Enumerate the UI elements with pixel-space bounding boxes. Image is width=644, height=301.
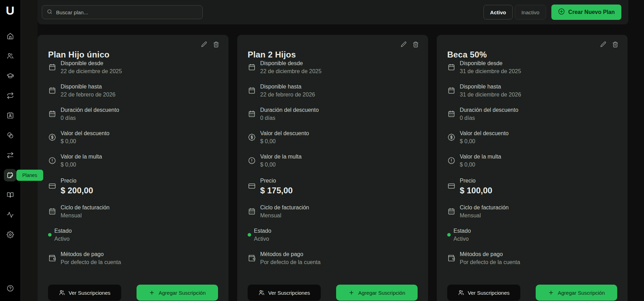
sidebar-item-help[interactable] [0, 285, 20, 292]
add-subscription-button[interactable]: Agregar Suscripción [137, 285, 218, 301]
sidebar-item-repeat[interactable] [0, 86, 20, 106]
field-text: Métodos de pagoPor defecto de la cuenta [61, 250, 121, 266]
add-subscription-button[interactable]: Agregar Suscripción [336, 285, 418, 301]
filter-activo-button[interactable]: Activo [483, 5, 513, 20]
status-dot [48, 233, 52, 237]
sidebar-item-settings[interactable] [0, 225, 20, 245]
add-subscription-label: Agregar Suscripción [158, 290, 205, 296]
plan-card: Plan Hijo únicoDisponible desde22 de dic… [38, 35, 228, 301]
add-subscription-button[interactable]: Agregar Suscripción [536, 285, 617, 301]
field-valor-de-la-multa: Valor de la multa$ 0,00 [248, 153, 418, 168]
delete-plan-button[interactable] [213, 41, 219, 48]
plus-icon [348, 290, 355, 296]
field-disponible-hasta: Disponible hasta31 de diciembre de 2026 [447, 83, 617, 98]
badge-dollar-icon [48, 133, 56, 141]
field-value: $ 200,00 [61, 186, 93, 195]
plus-circle-icon [558, 8, 565, 15]
view-subscriptions-button[interactable]: Ver Suscripciones [48, 285, 121, 301]
alert-circle-icon [48, 157, 56, 164]
sidebar-item-graduation-cap[interactable] [0, 66, 20, 86]
field-label: Métodos de pago [260, 250, 320, 258]
alert-circle-icon [248, 157, 256, 164]
badge-dollar-icon [448, 133, 455, 141]
field-disponible-hasta: Disponible hasta22 de febrero de 2026 [48, 83, 218, 98]
search-icon [47, 9, 53, 15]
sidebar-item-book-open[interactable] [0, 185, 20, 205]
credit-card-icon [248, 182, 256, 190]
create-plan-label: Crear Nuevo Plan [568, 9, 615, 15]
field-disponible-desde: Disponible desde22 de diciembre de 2025 [248, 60, 418, 75]
view-subscriptions-label: Ver Suscripciones [268, 290, 310, 296]
delete-plan-button[interactable] [612, 41, 619, 48]
field-label: Precio [61, 177, 93, 185]
graduation-cap-icon [7, 72, 14, 79]
field-valor-de-la-multa: Valor de la multa$ 0,00 [48, 153, 218, 168]
card-actions [600, 41, 619, 48]
status-dot [447, 233, 451, 237]
field-text: Precio$ 175,00 [260, 177, 293, 195]
alert-circle-icon [248, 157, 256, 164]
calendar-days-icon [48, 208, 56, 215]
card-actions [201, 41, 219, 48]
trash-icon [612, 41, 619, 48]
app-logo[interactable]: U [6, 2, 15, 19]
trash-icon [412, 41, 419, 48]
active-item-highlight [4, 169, 16, 182]
coins-icon [7, 132, 14, 139]
sidebar-item-home[interactable] [0, 26, 20, 46]
add-subscription-label: Agregar Suscripción [358, 290, 405, 296]
calendar-icon [447, 63, 456, 71]
plan-cards: Plan Hijo únicoDisponible desde22 de dic… [38, 35, 628, 301]
edit-plan-button[interactable] [600, 41, 606, 48]
sidebar-item-calendar-edit[interactable]: Planes [0, 165, 20, 185]
field-duracion-del-descuento: Duración del descuento0 días [48, 106, 218, 122]
field-text: Disponible hasta22 de febrero de 2026 [260, 83, 315, 98]
users-icon [59, 290, 65, 296]
card-buttons: Ver SuscripcionesAgregar Suscripción [447, 285, 617, 301]
field-value: $ 0,00 [260, 138, 309, 145]
field-duracion-del-descuento: Duración del descuento0 días [248, 106, 418, 122]
field-label: Métodos de pago [460, 250, 520, 258]
edit-plan-button[interactable] [400, 41, 407, 48]
pencil-icon [201, 41, 207, 48]
field-disponible-hasta: Disponible hasta22 de febrero de 2026 [248, 83, 418, 98]
users-icon [458, 290, 464, 296]
card-buttons: Ver SuscripcionesAgregar Suscripción [48, 285, 218, 301]
wallet-icon [48, 254, 56, 262]
field-value: 0 días [61, 115, 119, 122]
field-label: Duración del descuento [61, 106, 119, 114]
calendar-days-icon [48, 110, 56, 118]
search-input[interactable] [56, 9, 198, 15]
calendar-days-icon [48, 110, 56, 118]
pencil-icon [400, 41, 407, 48]
status-dot [248, 233, 251, 237]
id-card-icon [7, 112, 14, 119]
field-text: Ciclo de facturaciónMensual [260, 204, 309, 219]
view-subscriptions-button[interactable]: Ver Suscripciones [248, 285, 321, 301]
edit-plan-button[interactable] [201, 41, 207, 48]
delete-plan-button[interactable] [412, 41, 419, 48]
field-valor-del-descuento: Valor del descuento$ 0,00 [248, 130, 418, 145]
calendar-icon [48, 87, 56, 94]
filter-inactivo-button[interactable]: Inactivo [515, 5, 546, 20]
field-value: Mensual [460, 212, 509, 219]
view-subscriptions-button[interactable]: Ver Suscripciones [447, 285, 520, 301]
sidebar-item-users[interactable] [0, 46, 20, 66]
field-label: Disponible hasta [460, 83, 521, 91]
field-label: Disponible hasta [260, 83, 315, 91]
calendar-edit-icon [7, 172, 14, 179]
sidebar-item-arrows-left-right[interactable] [0, 145, 20, 165]
sidebar-item-activity[interactable] [0, 205, 20, 225]
create-plan-button[interactable]: Crear Nuevo Plan [551, 5, 621, 20]
field-valor-del-descuento: Valor del descuento$ 0,00 [48, 130, 218, 145]
field-value: 22 de diciembre de 2025 [61, 68, 122, 75]
field-disponible-desde: Disponible desde31 de diciembre de 2025 [447, 60, 617, 75]
plus-icon [548, 290, 554, 296]
sidebar-item-coins[interactable] [0, 125, 20, 145]
sidebar-item-id-card[interactable] [0, 106, 20, 125]
calendar-days-icon [248, 208, 256, 215]
calendar-days-icon [447, 110, 456, 118]
calendar-icon [447, 87, 456, 94]
field-disponible-desde: Disponible desde22 de diciembre de 2025 [48, 60, 218, 75]
field-text: Valor del descuento$ 0,00 [61, 130, 109, 145]
